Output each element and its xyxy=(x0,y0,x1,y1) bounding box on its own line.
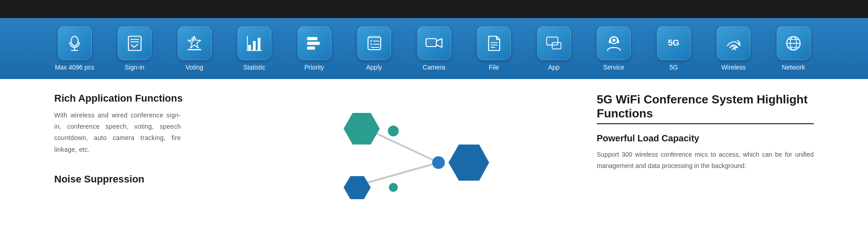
svg-rect-6 xyxy=(248,45,251,50)
5g-icon: 5G xyxy=(664,34,683,53)
app-icon xyxy=(544,34,563,53)
5g-icon-box: 5G xyxy=(657,26,691,60)
signin-icon-box xyxy=(118,26,151,60)
file-icon-box xyxy=(477,26,511,60)
max4096-icon-box xyxy=(58,26,92,60)
svg-text:5G: 5G xyxy=(668,38,679,47)
svg-rect-7 xyxy=(253,41,255,50)
top-black-bar xyxy=(0,0,868,18)
svg-point-16 xyxy=(370,43,372,45)
svg-point-15 xyxy=(370,40,372,42)
statistic-icon xyxy=(245,34,264,53)
camera-icon-box xyxy=(417,26,451,60)
priority-icon-box xyxy=(297,26,331,60)
left-content: Rich Application Functions With wireless… xyxy=(54,93,244,201)
toolbar-item-max4096[interactable]: Max 4096 pcs xyxy=(54,26,95,71)
svg-rect-12 xyxy=(307,42,320,45)
camera-label: Camera xyxy=(423,64,445,71)
wireless-icon-box xyxy=(717,26,750,60)
toolbar-item-5g[interactable]: 5G 5G xyxy=(653,26,694,71)
5g-label: 5G xyxy=(670,64,678,71)
app-icon-box xyxy=(537,26,571,60)
service-icon xyxy=(604,34,623,53)
toolbar-item-app[interactable]: App xyxy=(533,26,574,71)
rich-functions-title: Rich Application Functions xyxy=(54,93,244,104)
svg-rect-25 xyxy=(552,42,561,49)
svg-rect-8 xyxy=(258,37,260,50)
svg-rect-13 xyxy=(307,47,315,50)
signin-icon xyxy=(125,34,144,53)
toolbar-item-voting[interactable]: Voting xyxy=(174,26,215,71)
priority-label: Priority xyxy=(304,64,324,71)
svg-rect-30 xyxy=(617,40,619,43)
network-icon-box xyxy=(777,26,811,60)
toolbar-item-signin[interactable]: Sign-in xyxy=(114,26,155,71)
noise-suppression-title: Noise Suppression xyxy=(54,173,244,185)
capacity-title: Powerful Load Capacity xyxy=(597,133,814,144)
svg-line-38 xyxy=(366,163,439,183)
icon-toolbar: Max 4096 pcs Sign-in Voting xyxy=(0,18,868,79)
file-label: File xyxy=(489,64,499,71)
toolbar-item-statistic[interactable]: Statistic xyxy=(234,26,275,71)
apply-label: Apply xyxy=(366,64,382,71)
svg-marker-42 xyxy=(448,145,489,181)
svg-rect-11 xyxy=(307,37,317,40)
toolbar-item-priority[interactable]: Priority xyxy=(294,26,335,71)
svg-rect-14 xyxy=(368,37,381,50)
apply-icon-box xyxy=(357,26,391,60)
app-label: App xyxy=(548,64,560,71)
camera-icon xyxy=(425,34,443,53)
middle-graphic xyxy=(244,93,579,201)
right-content: 5G WiFi Conference System Highlight Func… xyxy=(579,93,814,201)
wireless-icon xyxy=(724,34,743,53)
svg-point-44 xyxy=(389,183,398,192)
network-label: Network xyxy=(782,64,805,71)
svg-rect-20 xyxy=(426,38,437,47)
wireless-label: Wireless xyxy=(722,64,746,71)
statistic-label: Statistic xyxy=(243,64,265,71)
toolbar-item-apply[interactable]: Apply xyxy=(354,26,395,71)
toolbar-item-service[interactable]: Service xyxy=(594,26,634,71)
svg-point-0 xyxy=(71,36,78,46)
max4096-label: Max 4096 pcs xyxy=(55,64,94,71)
highlight-title: 5G WiFi Conference System Highlight Func… xyxy=(597,93,814,124)
priority-icon xyxy=(305,34,324,53)
svg-point-40 xyxy=(388,126,399,136)
svg-rect-3 xyxy=(128,36,141,51)
capacity-body: Support 300 wireless conference mics to … xyxy=(597,149,814,172)
toolbar-item-wireless[interactable]: Wireless xyxy=(713,26,754,71)
toolbar-item-camera[interactable]: Camera xyxy=(414,26,454,71)
rich-functions-body: With wireless and wired conference sign-… xyxy=(54,110,181,155)
content-area: Rich Application Functions With wireless… xyxy=(0,79,868,215)
svg-line-37 xyxy=(366,129,439,163)
diagram-svg xyxy=(326,93,497,201)
signin-label: Sign-in xyxy=(125,64,145,71)
voting-icon-box xyxy=(178,26,212,60)
microphone-icon xyxy=(65,34,84,53)
network-icon xyxy=(784,34,803,53)
svg-point-28 xyxy=(612,38,615,42)
service-icon-box xyxy=(597,26,631,60)
svg-point-41 xyxy=(432,156,445,169)
service-label: Service xyxy=(603,64,624,71)
apply-icon xyxy=(365,34,384,53)
voting-label: Voting xyxy=(186,64,203,71)
toolbar-item-file[interactable]: File xyxy=(474,26,514,71)
svg-rect-29 xyxy=(609,40,610,43)
voting-icon xyxy=(185,34,204,53)
toolbar-item-network[interactable]: Network xyxy=(773,26,814,71)
svg-marker-43 xyxy=(344,176,371,199)
svg-marker-39 xyxy=(344,113,380,145)
statistic-icon-box xyxy=(237,26,271,60)
file-icon xyxy=(485,34,504,53)
